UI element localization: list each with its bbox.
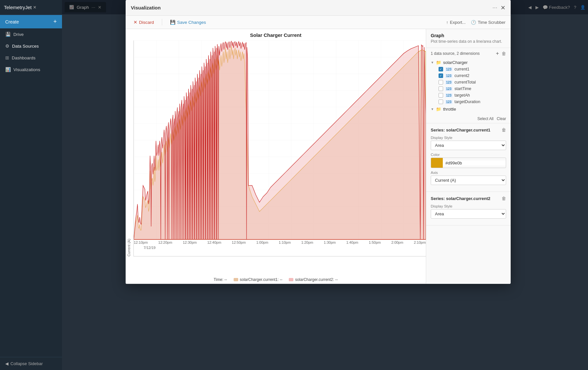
collapse-icon: ◀ xyxy=(5,361,8,366)
delete-datasource-button[interactable]: 🗑 xyxy=(502,51,506,56)
series1-color-picker[interactable] xyxy=(431,158,506,168)
logo-icon: ✕ xyxy=(33,5,37,10)
discard-button[interactable]: ✕ Discard xyxy=(131,18,157,26)
legend-current1: solarCharger.current1: -- xyxy=(234,277,283,282)
series1-color-label: Color xyxy=(431,153,506,157)
legend-current1-label: solarCharger.current1: -- xyxy=(240,277,283,282)
add-datasource-button[interactable]: + xyxy=(496,51,499,56)
series2-display-label: Display Style xyxy=(431,204,506,208)
chart-legend: Time: -- solarCharger.current1: -- solar… xyxy=(126,276,426,283)
sidebar-item-datasources[interactable]: ⚙ Data Sources xyxy=(0,40,62,52)
scrubber-icon: 🕐 xyxy=(471,20,476,25)
series2-display-select[interactable]: Area Line Bar xyxy=(431,209,506,219)
tree-group-solarcharger-header[interactable]: ▼ 📁 solarCharger xyxy=(431,59,506,66)
datasources-label: Data Sources xyxy=(12,44,39,49)
checkbox-targetah[interactable] xyxy=(439,93,443,98)
series1-axis-label: Axis xyxy=(431,171,506,175)
drive-label: Drive xyxy=(13,32,24,37)
type-current2: 123 xyxy=(445,74,453,78)
sidebar-item-dashboards[interactable]: ⊞ Dashboards xyxy=(0,52,62,64)
x-axis-labels: 12:10pm 12:20pm 12:30pm 12:40pm 12:50pm … xyxy=(134,240,426,244)
checkbox-targetduration[interactable] xyxy=(439,100,443,104)
sidebar: TelemetryJet ✕ Create + 💾 Drive ⚙ Data S… xyxy=(0,0,62,370)
visualization-dialog: Visualization ··· ✕ ✕ Discard 💾 Save Cha… xyxy=(126,0,511,284)
tree-item-targetduration: 123 targetDuration xyxy=(431,99,506,105)
sidebar-item-drive[interactable]: 💾 Drive xyxy=(0,28,62,40)
dialog-title: Visualization xyxy=(131,5,492,10)
type-starttime: 123 xyxy=(445,87,453,91)
toolbar-separator xyxy=(162,19,162,25)
tree-item-starttime: 123 startTime xyxy=(431,85,506,92)
label-currenttotal: currentTotal xyxy=(455,80,506,85)
chart-wrapper: Current (A) xyxy=(126,40,426,276)
time-label: Time: -- xyxy=(214,277,227,282)
time-scrubber-button[interactable]: 🕐 Time Scrubber xyxy=(471,20,505,25)
visualizations-label: Visualizations xyxy=(13,67,40,72)
dialog-more-icon[interactable]: ··· xyxy=(492,4,497,11)
type-currenttotal: 123 xyxy=(445,80,453,85)
create-button[interactable]: Create + xyxy=(0,15,62,28)
tree-group-throttle: ▼ 📁 throttle xyxy=(431,106,506,113)
tree-group-throttle-header[interactable]: ▼ 📁 throttle xyxy=(431,106,506,113)
save-icon: 💾 xyxy=(170,20,176,25)
series1-color-input[interactable] xyxy=(443,161,506,165)
panel-datasource-header: 1 data source, 2 dimensions + 🗑 xyxy=(426,48,511,58)
app-logo: TelemetryJet ✕ xyxy=(0,0,62,15)
dashboards-icon: ⊞ xyxy=(5,55,9,60)
x-axis-date: 7/12/19 xyxy=(144,246,156,250)
tree-item-targetah: 123 targetAh xyxy=(431,92,506,99)
tree-group-throttle-label: throttle xyxy=(443,107,456,112)
checkbox-current1[interactable]: ✓ xyxy=(439,67,443,71)
scrubber-label: Time Scrubber xyxy=(478,20,505,25)
datasource-tree: ▼ 📁 solarCharger ✓ 123 current1 ✓ xyxy=(426,58,511,115)
folder-icon: 📁 xyxy=(436,60,441,65)
collapse-sidebar-button[interactable]: ◀ Collapse Sidebar xyxy=(0,357,62,370)
series1-display-field: Display Style Area Line Bar xyxy=(431,136,506,150)
series2-display-field: Display Style Area Line Bar xyxy=(431,204,506,219)
panel-graph-title: Graph xyxy=(431,33,506,38)
checkbox-starttime[interactable] xyxy=(439,86,443,91)
series1-axis-select[interactable]: Current (A) xyxy=(431,176,506,185)
datasource-count: 1 data source, 2 dimensions xyxy=(431,51,480,56)
sidebar-item-visualizations[interactable]: 📊 Visualizations xyxy=(0,64,62,75)
label-current2: current2 xyxy=(455,73,506,78)
chart-svg: 0 0.2 0.4 0.6 0.8 1 1.2 1.4 1.6 1.8 2 xyxy=(134,40,426,256)
tree-item-current1: ✓ 123 current1 xyxy=(431,66,506,72)
discard-icon: ✕ xyxy=(133,20,137,25)
save-label: Save Changes xyxy=(177,20,206,25)
series-panel-2: Series: solarCharger.current2 🗑 Display … xyxy=(426,192,511,225)
series1-color-swatch[interactable] xyxy=(431,158,443,168)
folder-throttle-icon: 📁 xyxy=(436,107,441,112)
clear-button[interactable]: Clear xyxy=(497,116,506,121)
label-targetduration: targetDuration xyxy=(455,100,506,104)
select-all-button[interactable]: Select All xyxy=(477,116,493,121)
dialog-header: Visualization ··· ✕ xyxy=(126,0,511,16)
datasources-icon: ⚙ xyxy=(5,43,9,49)
chart-title: Solar Charger Current xyxy=(126,32,426,38)
checkbox-currenttotal[interactable] xyxy=(439,80,443,85)
dialog-close-button[interactable]: ✕ xyxy=(501,4,505,11)
create-plus-icon: + xyxy=(53,18,57,25)
visualizations-icon: 📊 xyxy=(5,67,11,72)
app-name: TelemetryJet xyxy=(4,5,32,10)
tree-group-solarcharger-label: solarCharger xyxy=(443,60,468,65)
chart-area: Solar Charger Current Current (A) xyxy=(126,29,426,284)
legend-current1-swatch xyxy=(234,278,238,281)
tree-item-currenttotal: 123 currentTotal xyxy=(431,79,506,85)
datasource-actions: + 🗑 xyxy=(496,51,506,56)
panel-graph-desc: Plot time-series data on a line/area cha… xyxy=(431,39,506,44)
view-mode-bar: View Mode: Stretch Fit 🔄 xyxy=(126,283,426,284)
label-current1: current1 xyxy=(455,67,506,71)
export-label: Export... xyxy=(450,20,466,25)
panel-graph-info: Graph Plot time-series data on a line/ar… xyxy=(426,29,511,48)
checkbox-current2[interactable]: ✓ xyxy=(439,73,443,78)
series2-delete-button[interactable]: 🗑 xyxy=(502,196,506,201)
save-button[interactable]: 💾 Save Changes xyxy=(167,18,209,26)
series1-header: Series: solarCharger.current1 🗑 xyxy=(431,127,506,132)
series2-title: Series: solarCharger.current2 xyxy=(431,196,490,201)
series1-title: Series: solarCharger.current1 xyxy=(431,128,490,132)
export-button[interactable]: ↑ Export... xyxy=(446,20,466,25)
series1-display-select[interactable]: Area Line Bar xyxy=(431,141,506,150)
series1-delete-button[interactable]: 🗑 xyxy=(502,127,506,132)
legend-current2-swatch xyxy=(289,278,293,281)
